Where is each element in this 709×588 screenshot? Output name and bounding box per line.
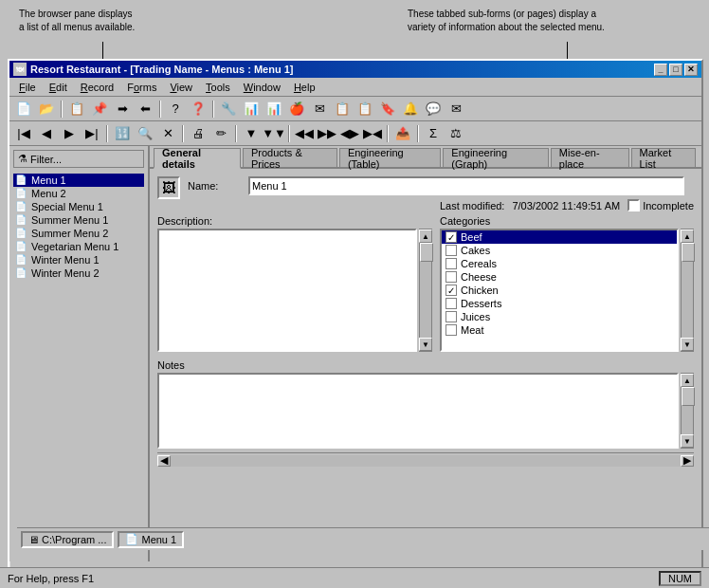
nav-btn3[interactable]: ◀▶ — [339, 123, 360, 144]
notes-section: Notes ▲ ▼ — [157, 359, 694, 449]
menu-file[interactable]: File — [13, 81, 42, 94]
nav-search[interactable]: 🔍 — [135, 123, 155, 144]
nav-btn1[interactable]: ◀◀ — [294, 123, 315, 144]
menu-item-label: Summer Menu 1 — [31, 214, 108, 226]
tool10-button[interactable]: 💬 — [423, 99, 444, 119]
help2-button[interactable]: ❓ — [188, 99, 209, 119]
menu-list-item[interactable]: 📄Menu 2 — [13, 187, 144, 200]
category-item[interactable]: Cereals — [442, 257, 677, 270]
main-form: General detailsProducts & PricesEngineer… — [150, 146, 701, 561]
menu-list-item[interactable]: 📄Vegetarian Menu 1 — [13, 240, 144, 253]
tab-5[interactable]: Market List — [631, 148, 696, 167]
filter-button[interactable]: ⚗ Filter... — [13, 150, 144, 168]
notes-scroll-up[interactable]: ▲ — [681, 374, 694, 387]
category-item[interactable]: ✓Beef — [442, 230, 677, 244]
tool2-button[interactable]: 📊 — [241, 99, 262, 119]
categories-scrollbar[interactable]: ▲ ▼ — [681, 229, 694, 352]
close-button[interactable]: ✕ — [684, 64, 698, 76]
menu-tools[interactable]: Tools — [200, 81, 236, 94]
tab-0[interactable]: General details — [154, 148, 241, 169]
menu-edit[interactable]: Edit — [44, 81, 73, 94]
notes-scrollbar[interactable]: ▲ ▼ — [681, 373, 694, 449]
menu-record[interactable]: Record — [75, 81, 119, 94]
notes-textarea[interactable] — [157, 373, 679, 449]
description-textarea[interactable] — [157, 229, 417, 352]
category-item[interactable]: Juices — [442, 310, 677, 323]
tab-1[interactable]: Products & Prices — [243, 148, 337, 167]
cat-scroll-up[interactable]: ▲ — [681, 230, 694, 243]
nav-last[interactable]: ▶| — [82, 123, 102, 144]
menu-window[interactable]: Window — [238, 81, 286, 94]
new-button[interactable]: 📄 — [13, 99, 34, 119]
copy-button[interactable]: 📋 — [66, 99, 87, 119]
category-item[interactable]: Meat — [442, 323, 677, 337]
tool9-button[interactable]: 🔔 — [400, 99, 421, 119]
category-item[interactable]: Desserts — [442, 297, 677, 310]
notes-scroll-down[interactable]: ▼ — [681, 434, 694, 448]
tool8-button[interactable]: 🔖 — [377, 99, 398, 119]
name-label: Name: — [188, 180, 245, 192]
description-scrollbar[interactable]: ▲ ▼ — [419, 229, 432, 352]
nav-delete[interactable]: ✕ — [157, 123, 178, 144]
category-item[interactable]: Cheese — [442, 270, 677, 284]
tool6-button[interactable]: 📋 — [332, 99, 353, 119]
tool5-button[interactable]: ✉ — [309, 99, 330, 119]
scroll-thumb[interactable] — [420, 243, 433, 262]
nav-first[interactable]: |◀ — [13, 123, 34, 144]
menu-view[interactable]: View — [164, 81, 198, 94]
move-button[interactable]: ➡ — [112, 99, 133, 119]
nav-edit[interactable]: ✏ — [210, 123, 231, 144]
tool7-button[interactable]: 📋 — [354, 99, 375, 119]
menu-forms[interactable]: Forms — [121, 81, 162, 94]
hscroll-track — [171, 455, 681, 467]
hscroll-left[interactable]: ◀ — [157, 455, 171, 467]
nav-prev[interactable]: ◀ — [36, 123, 57, 144]
nav-filter[interactable]: ▼ — [241, 123, 262, 144]
move2-button[interactable]: ⬅ — [135, 99, 155, 119]
tool4-button[interactable]: 🍎 — [286, 99, 307, 119]
taskbar-item-1[interactable]: 📄Menu 1 — [118, 531, 184, 548]
menu-list-item[interactable]: 📄Summer Menu 1 — [13, 213, 144, 227]
hscroll-right[interactable]: ▶ — [681, 455, 694, 467]
cat-scroll-down[interactable]: ▼ — [681, 338, 694, 351]
menu-list-item[interactable]: 📄Winter Menu 2 — [13, 266, 144, 280]
tool3-button[interactable]: 📊 — [264, 99, 284, 119]
menu-help[interactable]: Help — [288, 81, 321, 94]
nav-calc[interactable]: 🔢 — [112, 123, 133, 144]
tab-3[interactable]: Engineering (Graph) — [443, 148, 548, 167]
menu-list-item[interactable]: 📄Menu 1 — [13, 174, 144, 187]
tab-4[interactable]: Mise-en-place — [551, 148, 629, 167]
open-button[interactable]: 📂 — [36, 99, 57, 119]
help-button[interactable]: ? — [165, 99, 186, 119]
minimize-button[interactable]: _ — [654, 64, 667, 76]
status-num: NUM — [659, 571, 701, 586]
nav-calc2[interactable]: ⚖ — [445, 123, 466, 144]
nav-print[interactable]: 🖨 — [188, 123, 209, 144]
menu-list-item[interactable]: 📄Winter Menu 1 — [13, 253, 144, 266]
nav-next[interactable]: ▶ — [59, 123, 80, 144]
tab-2[interactable]: Engineering (Table) — [339, 148, 441, 167]
name-input[interactable] — [248, 176, 684, 195]
nav-sum[interactable]: Σ — [423, 123, 444, 144]
hscroll-bar[interactable]: ◀ ▶ — [157, 452, 694, 468]
taskbar-item-0[interactable]: 🖥C:\Program ... — [21, 531, 114, 548]
nav-btn2[interactable]: ▶▶ — [317, 123, 337, 144]
nav-filter2[interactable]: ▼▼ — [264, 123, 284, 144]
cat-scroll-thumb[interactable] — [682, 243, 695, 262]
maximize-button[interactable]: □ — [669, 64, 682, 76]
nav-btn4[interactable]: ▶◀ — [362, 123, 383, 144]
nav-sep3 — [235, 125, 237, 142]
tool1-button[interactable]: 🔧 — [218, 99, 239, 119]
incomplete-checkbox[interactable] — [627, 199, 640, 211]
paste-button[interactable]: 📌 — [89, 99, 110, 119]
scroll-down[interactable]: ▼ — [419, 338, 432, 351]
category-item[interactable]: ✓Chicken — [442, 284, 677, 297]
tool11-button[interactable]: ✉ — [445, 99, 466, 119]
menu-list-item[interactable]: 📄Summer Menu 2 — [13, 227, 144, 240]
category-item[interactable]: Cakes — [442, 244, 677, 257]
notes-scroll-thumb[interactable] — [682, 387, 695, 406]
form-icon-button[interactable]: 🖼 — [157, 176, 180, 199]
menu-list-item[interactable]: 📄Special Menu 1 — [13, 200, 144, 213]
scroll-up[interactable]: ▲ — [419, 230, 432, 243]
nav-btn5[interactable]: 📤 — [392, 123, 413, 144]
